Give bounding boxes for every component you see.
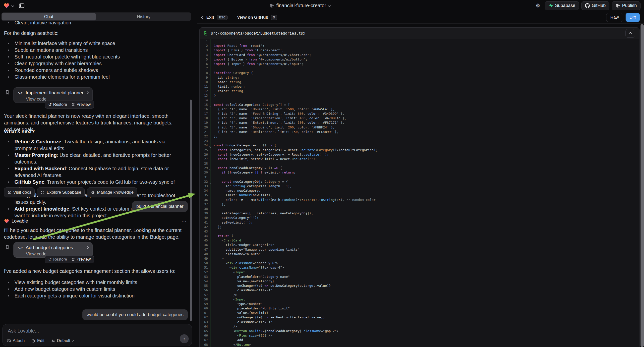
toggle-sidebar-icon[interactable] (17, 1, 26, 10)
code-line[interactable]: 54 value={newCategory} (200, 279, 639, 284)
code-line[interactable]: 24 const BudgetCategories = () => { (200, 143, 639, 148)
code-line[interactable]: 68 </Button> (200, 342, 639, 347)
code-line[interactable]: 21 { id: '6', name: 'Healthcare', limit:… (200, 130, 639, 134)
code-line[interactable]: 5 import { Button } from '@/components/u… (200, 57, 639, 62)
explore-supabase-button[interactable]: Explore Supabase (37, 188, 85, 198)
code-line[interactable]: 28 (200, 161, 639, 166)
view-on-github-button[interactable]: View on GitHub G (237, 15, 277, 20)
code-line[interactable]: 19 { id: '4', name: 'Entertainment', lim… (200, 120, 639, 125)
code-line[interactable]: 58 <Input (200, 297, 639, 302)
code-line[interactable]: 63 className="flex-1" (200, 320, 639, 324)
code-line[interactable]: 15 const defaultCategories: Category[] =… (200, 102, 639, 107)
code-line[interactable]: 2 import React from 'react'; (200, 44, 639, 48)
code-line[interactable]: 33 id: String(categories.length + 1), (200, 184, 639, 188)
code-line[interactable]: 25 const [categories, setCategories] = R… (200, 148, 639, 152)
code-scrollbar[interactable] (640, 24, 644, 347)
code-line[interactable]: 7 (200, 66, 639, 71)
code-line[interactable]: 37 }; (200, 202, 639, 206)
code-line[interactable]: 27 const [newLimit, setNewLimit] = React… (200, 157, 639, 161)
chat-scrollbar[interactable] (190, 100, 192, 321)
code-line[interactable]: 10 name: string; (200, 80, 639, 84)
project-switcher[interactable]: financial-future-creator (269, 0, 330, 11)
code-line[interactable]: 40 setNewCategory(''); (200, 216, 639, 220)
code-line[interactable]: 3 import { Plus } from 'lucide-react'; (200, 48, 639, 52)
code-line[interactable]: 43 (200, 229, 639, 234)
manage-knowledge-button[interactable]: Manage knowledge (87, 188, 137, 198)
attach-button[interactable]: Attach (7, 338, 25, 343)
bookmark-icon[interactable] (5, 244, 10, 250)
code-line[interactable]: 56 className="flex-1" (200, 288, 639, 292)
code-line[interactable]: 62 onChange={(e) => setNewLimit(e.target… (200, 315, 639, 320)
ask-lovable-input[interactable] (7, 328, 158, 334)
code-line[interactable]: 49 > (200, 256, 639, 261)
github-button[interactable]: GitHub (581, 1, 610, 10)
code-line[interactable]: 59 type="number" (200, 302, 639, 306)
code-line[interactable]: 31 (200, 175, 639, 180)
code-line[interactable]: 41 setNewLimit(''); (200, 220, 639, 225)
visit-docs-button[interactable]: Visit docs (4, 188, 34, 198)
code-line[interactable]: 36 color: '#' + Math.floor(Math.random()… (200, 198, 639, 202)
code-line[interactable]: 55 onChange={(e) => setNewCategory(e.tar… (200, 284, 639, 288)
code-line[interactable]: 67 Add (200, 338, 639, 342)
code-line[interactable]: 8 interface Category { (200, 71, 639, 75)
code-line[interactable]: 9 id: string; (200, 76, 639, 80)
sliders-icon (51, 339, 55, 343)
code-line[interactable]: 60 placeholder="Monthly limit" (200, 306, 639, 311)
lovable-logo-heart-icon[interactable] (4, 2, 10, 9)
code-line[interactable]: 47 subtitle="Manage your spending limits… (200, 248, 639, 252)
code-line[interactable]: 45 <ChartCard (200, 238, 639, 243)
model-default-selector[interactable]: Default (51, 338, 74, 343)
code-line[interactable]: 61 value={newLimit} (200, 311, 639, 315)
message-options-icon[interactable]: ⋯ (182, 218, 187, 224)
code-line[interactable]: 38 (200, 206, 639, 211)
code-line[interactable]: 17 { id: '2', name: 'Food & Dining', lim… (200, 112, 639, 116)
code-line[interactable]: 11 limit: number; (200, 84, 639, 89)
code-line[interactable]: 12 color: string; (200, 89, 639, 93)
exit-button[interactable]: Exit ESC (202, 15, 228, 20)
edit-mode-button[interactable]: Edit (31, 338, 44, 343)
restore-button[interactable]: ↺Restore (48, 102, 67, 107)
code-line[interactable]: 39 setCategories([...categories, newCate… (200, 211, 639, 216)
code-line[interactable]: 6 import { Input } from '@/components/ui… (200, 62, 639, 66)
diff-toggle-button[interactable]: Diff (626, 13, 640, 22)
code-line[interactable]: 42 }; (200, 225, 639, 229)
code-line[interactable]: 14 (200, 98, 639, 102)
code-line[interactable]: 22 ]; (200, 134, 639, 139)
code-line[interactable]: 51 <div className="flex gap-4"> (200, 265, 639, 270)
code-line[interactable]: 20 { id: '5', name: 'Shopping', limit: 2… (200, 125, 639, 130)
code-line[interactable]: 4 import ChartCard from '@/components/ui… (200, 53, 639, 57)
code-line[interactable]: 23 (200, 139, 639, 143)
code-line[interactable]: 57 /> (200, 293, 639, 297)
logo-chevron-down-icon[interactable] (11, 4, 14, 7)
code-line[interactable]: 65 <Button onClick={handleAddCategory} c… (200, 329, 639, 333)
send-button[interactable]: ↑ (180, 334, 189, 343)
preview-button[interactable]: Preview (72, 257, 90, 262)
code-line[interactable]: 1 (200, 39, 639, 44)
code-line[interactable]: 26 const [newCategory, setNewCategory] =… (200, 152, 639, 157)
bookmark-icon[interactable] (5, 90, 10, 95)
raw-toggle-button[interactable]: Raw (606, 13, 623, 22)
preview-button[interactable]: Preview (72, 102, 90, 107)
code-line[interactable]: 13 } (200, 93, 639, 98)
code-line[interactable]: 30 if (!newCategory || !newLimit) return… (200, 170, 639, 175)
code-line[interactable]: 18 { id: '3', name: 'Transportation', li… (200, 116, 639, 120)
code-line[interactable]: 16 { id: '1', name: 'Housing', limit: 15… (200, 107, 639, 112)
code-line[interactable]: 29 const handleAddCategory = () => { (200, 166, 639, 170)
code-line[interactable]: 34 name: newCategory, (200, 188, 639, 193)
code-line[interactable]: 50 <div className="space-y-6"> (200, 261, 639, 265)
code-line[interactable]: 44 return ( (200, 234, 639, 238)
code-line[interactable]: 46 title="Budget Categories" (200, 243, 639, 247)
code-line[interactable]: 35 limit: Number(newLimit), (200, 193, 639, 198)
restore-button[interactable]: ↺Restore (48, 257, 67, 262)
code-line[interactable]: 64 /> (200, 324, 639, 329)
code-line[interactable]: 52 <Input (200, 270, 639, 274)
settings-gear-icon[interactable]: ⚙ (534, 1, 542, 10)
collapse-file-button[interactable] (625, 29, 635, 38)
supabase-button[interactable]: Supabase (545, 1, 579, 10)
code-line[interactable]: 32 const newCategoryObj: Category = { (200, 180, 639, 184)
code-line[interactable]: 53 placeholder="Category name" (200, 274, 639, 279)
publish-button[interactable]: Publish (612, 1, 640, 10)
file-header[interactable]: src/components/budget/BudgetCategories.t… (200, 28, 639, 39)
code-line[interactable]: 66 <Plus size={16} /> (200, 333, 639, 338)
code-line[interactable]: 48 className="h-auto" (200, 252, 639, 256)
